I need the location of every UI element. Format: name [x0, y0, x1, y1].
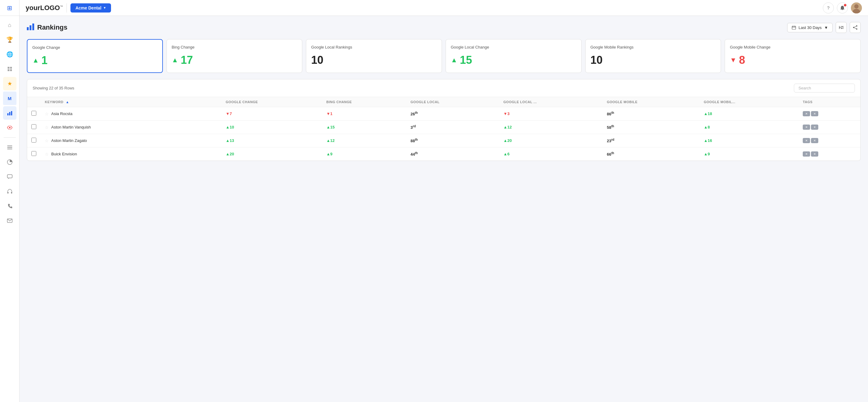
stat-card-google-mobile-change[interactable]: Google Mobile Change ▼ 8 [725, 39, 861, 73]
notification-button[interactable] [837, 2, 848, 13]
sidebar: ⊞ ⌂ 🏆 🌐 ★ M [0, 0, 20, 402]
tag-button[interactable]: ✕ [803, 151, 810, 156]
row-checkbox-cell [27, 134, 40, 147]
stat-card-google-mobile-rankings[interactable]: Google Mobile Rankings 10 [585, 39, 721, 73]
client-selector-button[interactable]: Acme Dental ▼ [70, 3, 111, 12]
star-icon[interactable]: ☆ [45, 138, 49, 143]
user-avatar[interactable] [851, 2, 862, 13]
sidebar-logo: ⊞ [0, 0, 19, 16]
svg-rect-13 [7, 192, 8, 194]
sidebar-item-chat[interactable] [3, 170, 17, 183]
google-change-cell: ▲13 [221, 134, 322, 147]
tag-button[interactable]: ✕ [803, 111, 810, 116]
sidebar-item-globe[interactable]: 🌐 [3, 48, 17, 61]
svg-rect-1 [10, 67, 12, 69]
tag-button[interactable]: ✕ [811, 138, 818, 143]
data-table: KEYWORD ▲GOOGLE CHANGEBING CHANGEGOOGLE … [27, 97, 860, 161]
stat-card-value: 10 [311, 54, 437, 66]
tag-button[interactable]: ✕ [803, 124, 810, 130]
page-actions: Last 30 Days ▼ [787, 22, 861, 33]
sidebar-divider [4, 137, 16, 138]
sidebar-item-home[interactable]: ⌂ [3, 18, 17, 32]
google-mobile-change-cell: ▲8 [700, 121, 799, 134]
keyword-cell: ☆Aston Martin Zagato [40, 134, 221, 147]
svg-point-17 [854, 4, 859, 8]
google-local-change-cell: ▲6 [499, 147, 603, 161]
stat-card-google-change[interactable]: Google Change ▲ 1 [27, 39, 163, 73]
stat-card-google-local-rankings[interactable]: Google Local Rankings 10 [306, 39, 442, 73]
sort-icon: ▲ [66, 100, 69, 104]
sidebar-item-layers[interactable] [3, 62, 17, 76]
google-mobile-cell: 66th [603, 147, 700, 161]
tag-button[interactable]: ✕ [811, 151, 818, 156]
google-mobile-value: 23rd [607, 139, 614, 143]
keyword-cell: ☆Asia Rocsta [40, 107, 221, 121]
google-mobile-cell: 58th [603, 121, 700, 134]
th-keyword[interactable]: KEYWORD ▲ [40, 97, 221, 107]
google-mobile-change-cell: ▲18 [700, 107, 799, 121]
tag-x-icon: ✕ [805, 112, 808, 115]
google-local-value: 26th [410, 112, 418, 116]
arrow-up-icon: ▲ [172, 56, 179, 64]
page-title-area: Rankings [27, 24, 67, 32]
sidebar-item-m[interactable]: M [3, 92, 17, 105]
svg-rect-12 [7, 175, 12, 178]
header-actions: ? [823, 2, 862, 13]
google-local-cell: 44th [406, 147, 499, 161]
sidebar-item-mail[interactable] [3, 214, 17, 227]
bing-change-cell: ▼1 [322, 107, 406, 121]
star-icon[interactable]: ☆ [45, 111, 49, 116]
row-checkbox[interactable] [31, 111, 36, 116]
row-checkbox[interactable] [31, 124, 36, 129]
sidebar-item-star[interactable]: ★ [3, 77, 17, 90]
th-tags: TAGS [799, 97, 860, 107]
table-section: Showing 22 of 35 Rows KEYWORD ▲GOOGLE CH… [27, 79, 861, 161]
google-change-cell: ▼7 [221, 107, 322, 121]
star-icon[interactable]: ☆ [45, 152, 49, 156]
tag-x-icon: ✕ [805, 152, 808, 156]
svg-rect-3 [10, 69, 12, 71]
row-checkbox[interactable] [31, 151, 36, 156]
table-row: ☆Buick Envision▲20▲944th▲666th▲9✕✕ [27, 147, 860, 161]
google-mobile-change-value: ▲18 [704, 111, 712, 116]
bing-change-value: ▲12 [326, 138, 335, 143]
google-mobile-cell: 23rd [603, 134, 700, 147]
sidebar-item-pie[interactable] [3, 155, 17, 169]
tag-button[interactable]: ✕ [811, 111, 818, 116]
help-button[interactable]: ? [823, 2, 834, 13]
svg-point-34 [853, 27, 854, 28]
star-icon[interactable]: ☆ [45, 125, 49, 130]
keyword-name: Asia Rocsta [51, 111, 72, 116]
google-change-cell: ▲10 [221, 121, 322, 134]
google-mobile-value: 86th [607, 112, 614, 116]
tag-button[interactable]: ✕ [811, 124, 818, 130]
sidebar-item-eye[interactable] [3, 121, 17, 134]
columns-button[interactable] [836, 22, 847, 33]
tags-cell: ✕✕ [799, 121, 860, 134]
google-change-value: ▼7 [226, 111, 232, 116]
row-checkbox[interactable] [31, 138, 36, 143]
stat-card-google-local-change[interactable]: Google Local Change ▲ 15 [445, 39, 582, 73]
google-mobile-value: 66th [607, 152, 614, 156]
sidebar-item-phone[interactable] [3, 199, 17, 213]
google-local-value: 88th [410, 139, 418, 143]
sidebar-item-trophy[interactable]: 🏆 [3, 33, 17, 47]
sidebar-item-chart[interactable] [3, 106, 17, 120]
search-input[interactable] [794, 84, 855, 92]
sidebar-item-list[interactable] [3, 141, 17, 154]
bing-change-value: ▲15 [326, 125, 335, 130]
date-range-button[interactable]: Last 30 Days ▼ [787, 23, 833, 32]
sidebar-item-headphone[interactable] [3, 185, 17, 198]
svg-rect-21 [32, 24, 34, 30]
tag-x-icon: ✕ [813, 125, 816, 129]
stat-card-number: 8 [739, 54, 745, 66]
tags-cell: ✕✕ [799, 107, 860, 121]
google-local-cell: 26th [406, 107, 499, 121]
client-selector-chevron-icon: ▼ [103, 6, 106, 9]
stat-card-label: Google Local Rankings [311, 45, 437, 50]
tag-button[interactable]: ✕ [803, 138, 810, 143]
share-button[interactable] [850, 22, 861, 33]
stat-card-bing-change[interactable]: Bing Change ▲ 17 [166, 39, 303, 73]
svg-rect-19 [27, 27, 29, 30]
google-mobile-cell: 86th [603, 107, 700, 121]
